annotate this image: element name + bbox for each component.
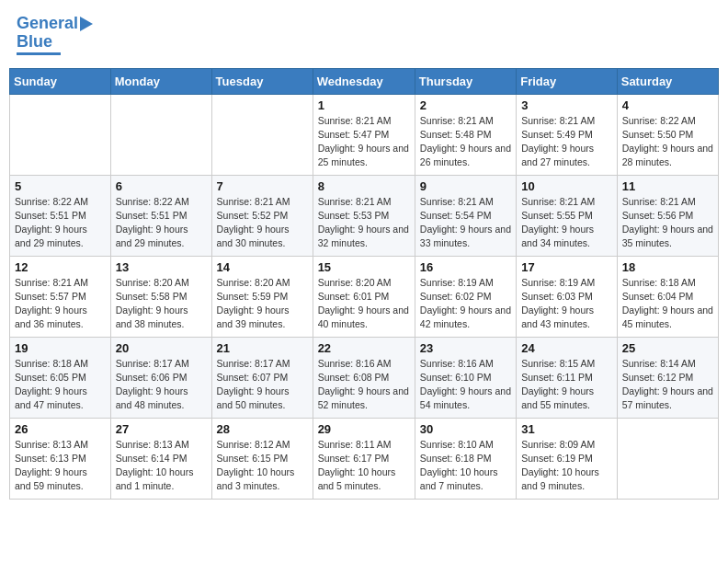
calendar-cell: 13Sunrise: 8:20 AM Sunset: 5:58 PM Dayli… <box>110 256 211 337</box>
calendar-cell: 19Sunrise: 8:18 AM Sunset: 6:05 PM Dayli… <box>10 337 111 418</box>
day-number: 2 <box>420 98 511 112</box>
day-info: Sunrise: 8:19 AM Sunset: 6:02 PM Dayligh… <box>420 276 511 332</box>
logo: General Blue <box>17 15 93 55</box>
day-info: Sunrise: 8:22 AM Sunset: 5:51 PM Dayligh… <box>116 195 207 251</box>
day-number: 27 <box>116 422 207 436</box>
day-number: 4 <box>622 98 713 112</box>
logo-blue-bar <box>17 52 61 55</box>
day-header-saturday: Saturday <box>617 68 718 94</box>
day-header-sunday: Sunday <box>10 68 111 94</box>
day-number: 3 <box>521 98 612 112</box>
logo-arrow-icon <box>80 17 93 31</box>
day-number: 15 <box>318 260 410 274</box>
day-header-thursday: Thursday <box>415 68 516 94</box>
day-header-wednesday: Wednesday <box>313 68 415 94</box>
day-info: Sunrise: 8:21 AM Sunset: 5:53 PM Dayligh… <box>318 195 410 251</box>
day-info: Sunrise: 8:19 AM Sunset: 6:03 PM Dayligh… <box>521 276 612 332</box>
calendar-cell: 5Sunrise: 8:22 AM Sunset: 5:51 PM Daylig… <box>10 175 111 256</box>
calendar-cell: 17Sunrise: 8:19 AM Sunset: 6:03 PM Dayli… <box>517 256 618 337</box>
calendar-cell: 29Sunrise: 8:11 AM Sunset: 6:17 PM Dayli… <box>313 418 415 499</box>
day-number: 30 <box>420 422 511 436</box>
calendar-cell: 26Sunrise: 8:13 AM Sunset: 6:13 PM Dayli… <box>10 418 111 499</box>
calendar-cell: 30Sunrise: 8:10 AM Sunset: 6:18 PM Dayli… <box>415 418 516 499</box>
calendar-week-row: 1Sunrise: 8:21 AM Sunset: 5:47 PM Daylig… <box>10 94 719 175</box>
day-info: Sunrise: 8:12 AM Sunset: 6:15 PM Dayligh… <box>217 438 308 494</box>
day-info: Sunrise: 8:21 AM Sunset: 5:54 PM Dayligh… <box>420 195 511 251</box>
calendar-cell: 8Sunrise: 8:21 AM Sunset: 5:53 PM Daylig… <box>313 175 415 256</box>
calendar-cell: 4Sunrise: 8:22 AM Sunset: 5:50 PM Daylig… <box>617 94 718 175</box>
day-number: 13 <box>116 260 207 274</box>
day-number: 16 <box>420 260 511 274</box>
day-number: 1 <box>318 98 410 112</box>
day-number: 25 <box>622 341 713 355</box>
day-number: 26 <box>15 422 106 436</box>
day-info: Sunrise: 8:20 AM Sunset: 5:58 PM Dayligh… <box>116 276 207 332</box>
calendar-week-row: 12Sunrise: 8:21 AM Sunset: 5:57 PM Dayli… <box>10 256 719 337</box>
calendar-week-row: 26Sunrise: 8:13 AM Sunset: 6:13 PM Dayli… <box>10 418 719 499</box>
calendar-cell: 11Sunrise: 8:21 AM Sunset: 5:56 PM Dayli… <box>617 175 718 256</box>
day-info: Sunrise: 8:18 AM Sunset: 6:05 PM Dayligh… <box>15 357 106 413</box>
day-info: Sunrise: 8:21 AM Sunset: 5:55 PM Dayligh… <box>521 195 612 251</box>
calendar-cell: 10Sunrise: 8:21 AM Sunset: 5:55 PM Dayli… <box>517 175 618 256</box>
calendar-cell: 6Sunrise: 8:22 AM Sunset: 5:51 PM Daylig… <box>110 175 211 256</box>
day-header-friday: Friday <box>517 68 618 94</box>
day-info: Sunrise: 8:16 AM Sunset: 6:10 PM Dayligh… <box>420 357 511 413</box>
calendar-cell: 3Sunrise: 8:21 AM Sunset: 5:49 PM Daylig… <box>517 94 618 175</box>
day-info: Sunrise: 8:21 AM Sunset: 5:57 PM Dayligh… <box>15 276 106 332</box>
day-info: Sunrise: 8:09 AM Sunset: 6:19 PM Dayligh… <box>521 438 612 494</box>
calendar-cell: 28Sunrise: 8:12 AM Sunset: 6:15 PM Dayli… <box>211 418 313 499</box>
day-info: Sunrise: 8:21 AM Sunset: 5:49 PM Dayligh… <box>521 114 612 170</box>
day-info: Sunrise: 8:20 AM Sunset: 6:01 PM Dayligh… <box>318 276 410 332</box>
day-header-monday: Monday <box>110 68 211 94</box>
day-number: 29 <box>318 422 410 436</box>
calendar-cell: 9Sunrise: 8:21 AM Sunset: 5:54 PM Daylig… <box>415 175 516 256</box>
day-header-tuesday: Tuesday <box>211 68 313 94</box>
day-info: Sunrise: 8:21 AM Sunset: 5:48 PM Dayligh… <box>420 114 511 170</box>
day-info: Sunrise: 8:11 AM Sunset: 6:17 PM Dayligh… <box>318 438 410 494</box>
day-number: 17 <box>521 260 612 274</box>
day-info: Sunrise: 8:22 AM Sunset: 5:51 PM Dayligh… <box>15 195 106 251</box>
calendar-cell: 27Sunrise: 8:13 AM Sunset: 6:14 PM Dayli… <box>110 418 211 499</box>
day-info: Sunrise: 8:21 AM Sunset: 5:56 PM Dayligh… <box>622 195 713 251</box>
day-info: Sunrise: 8:18 AM Sunset: 6:04 PM Dayligh… <box>622 276 713 332</box>
day-number: 10 <box>521 179 612 193</box>
calendar-cell: 1Sunrise: 8:21 AM Sunset: 5:47 PM Daylig… <box>313 94 415 175</box>
calendar-header-row: SundayMondayTuesdayWednesdayThursdayFrid… <box>10 68 719 94</box>
calendar-cell: 12Sunrise: 8:21 AM Sunset: 5:57 PM Dayli… <box>10 256 111 337</box>
calendar-table: SundayMondayTuesdayWednesdayThursdayFrid… <box>9 68 719 500</box>
day-info: Sunrise: 8:16 AM Sunset: 6:08 PM Dayligh… <box>318 357 410 413</box>
day-info: Sunrise: 8:15 AM Sunset: 6:11 PM Dayligh… <box>521 357 612 413</box>
day-info: Sunrise: 8:22 AM Sunset: 5:50 PM Dayligh… <box>622 114 713 170</box>
day-number: 23 <box>420 341 511 355</box>
calendar-cell: 18Sunrise: 8:18 AM Sunset: 6:04 PM Dayli… <box>617 256 718 337</box>
calendar-cell <box>617 418 718 499</box>
day-info: Sunrise: 8:13 AM Sunset: 6:14 PM Dayligh… <box>116 438 207 494</box>
day-info: Sunrise: 8:10 AM Sunset: 6:18 PM Dayligh… <box>420 438 511 494</box>
day-number: 24 <box>521 341 612 355</box>
calendar-cell: 21Sunrise: 8:17 AM Sunset: 6:07 PM Dayli… <box>211 337 313 418</box>
day-number: 20 <box>116 341 207 355</box>
day-number: 21 <box>217 341 308 355</box>
day-number: 28 <box>217 422 308 436</box>
day-number: 22 <box>318 341 410 355</box>
calendar-cell: 14Sunrise: 8:20 AM Sunset: 5:59 PM Dayli… <box>211 256 313 337</box>
day-number: 14 <box>217 260 308 274</box>
calendar-cell: 20Sunrise: 8:17 AM Sunset: 6:06 PM Dayli… <box>110 337 211 418</box>
page-header: General Blue <box>9 9 719 61</box>
day-info: Sunrise: 8:21 AM Sunset: 5:47 PM Dayligh… <box>318 114 410 170</box>
day-info: Sunrise: 8:17 AM Sunset: 6:07 PM Dayligh… <box>217 357 308 413</box>
calendar-cell: 25Sunrise: 8:14 AM Sunset: 6:12 PM Dayli… <box>617 337 718 418</box>
day-info: Sunrise: 8:20 AM Sunset: 5:59 PM Dayligh… <box>217 276 308 332</box>
day-number: 9 <box>420 179 511 193</box>
day-info: Sunrise: 8:14 AM Sunset: 6:12 PM Dayligh… <box>622 357 713 413</box>
calendar-cell: 22Sunrise: 8:16 AM Sunset: 6:08 PM Dayli… <box>313 337 415 418</box>
calendar-week-row: 5Sunrise: 8:22 AM Sunset: 5:51 PM Daylig… <box>10 175 719 256</box>
logo-text-general: General <box>17 15 78 33</box>
day-number: 7 <box>217 179 308 193</box>
day-number: 18 <box>622 260 713 274</box>
calendar-cell <box>211 94 313 175</box>
calendar-cell <box>110 94 211 175</box>
calendar-cell: 2Sunrise: 8:21 AM Sunset: 5:48 PM Daylig… <box>415 94 516 175</box>
calendar-cell: 24Sunrise: 8:15 AM Sunset: 6:11 PM Dayli… <box>517 337 618 418</box>
day-info: Sunrise: 8:13 AM Sunset: 6:13 PM Dayligh… <box>15 438 106 494</box>
